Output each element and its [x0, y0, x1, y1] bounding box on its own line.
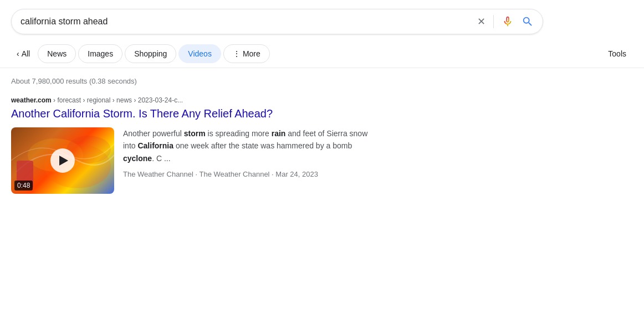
tools-button[interactable]: Tools [601, 45, 633, 63]
search-bar-container: california storm ahead ✕ [0, 0, 644, 40]
result-title[interactable]: Another California Storm. Is There Any R… [11, 106, 377, 121]
search-query-text: california storm ahead [21, 17, 477, 27]
result-url: weather.com › forecast › regional › news… [11, 96, 377, 104]
back-arrow-icon: ‹ [17, 49, 19, 58]
tab-news[interactable]: News [38, 44, 76, 63]
play-button[interactable] [50, 148, 75, 173]
result-domain: weather.com [11, 96, 52, 104]
tab-videos[interactable]: Videos [178, 44, 221, 63]
results-container: About 7,980,000 results (0.38 seconds) w… [0, 68, 388, 212]
tab-back-button[interactable]: ‹ All [11, 46, 35, 61]
all-tab-label: All [22, 49, 30, 58]
result-path: › forecast › regional › news › 2023-03-2… [53, 96, 183, 104]
tab-images[interactable]: Images [78, 44, 122, 63]
mic-icon[interactable] [502, 16, 514, 28]
play-triangle-icon [59, 156, 68, 166]
result-thumbnail[interactable]: 0:48 [11, 127, 114, 194]
tab-more[interactable]: ⋮ More [223, 44, 270, 63]
result-meta: The Weather Channel · The Weather Channe… [123, 169, 377, 181]
divider [493, 15, 494, 28]
result-body: 0:48 Another powerful storm is spreading… [11, 127, 377, 194]
video-duration: 0:48 [14, 181, 33, 190]
more-dots-icon: ⋮ [233, 49, 241, 58]
result-snippet: Another powerful storm is spreading more… [123, 127, 377, 181]
search-bar-icons: ✕ [477, 15, 534, 28]
more-label: More [243, 49, 260, 58]
tab-shopping[interactable]: Shopping [125, 44, 176, 63]
search-bar: california storm ahead ✕ [11, 9, 543, 34]
result-item: weather.com › forecast › regional › news… [11, 96, 377, 194]
results-count: About 7,980,000 results (0.38 seconds) [11, 77, 377, 85]
search-icon[interactable] [522, 16, 534, 28]
tabs-container: ‹ All News Images Shopping Videos ⋮ More… [0, 40, 644, 68]
clear-icon[interactable]: ✕ [477, 16, 485, 28]
